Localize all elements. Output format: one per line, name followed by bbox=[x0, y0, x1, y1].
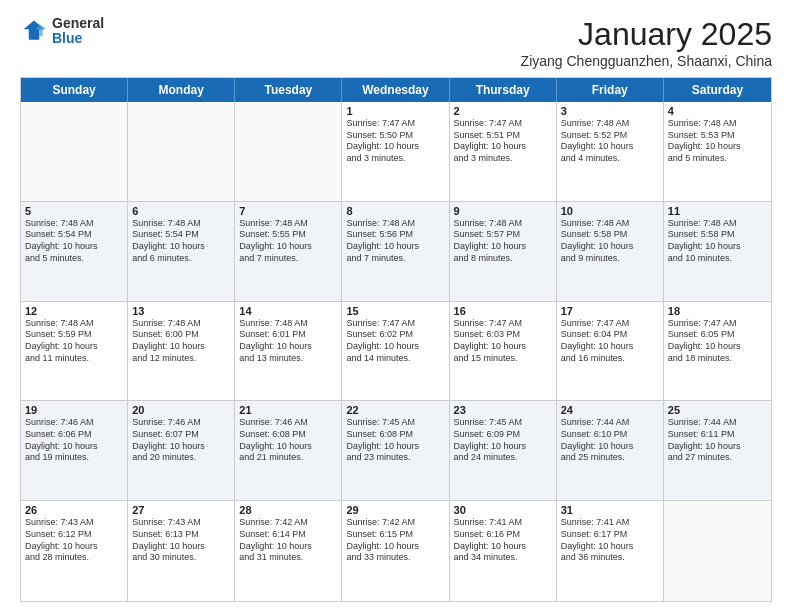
day-cell-7: 7Sunrise: 7:48 AM Sunset: 5:55 PM Daylig… bbox=[235, 202, 342, 301]
day-info: Sunrise: 7:47 AM Sunset: 5:50 PM Dayligh… bbox=[346, 118, 444, 165]
header: General Blue January 2025 Ziyang Chenggu… bbox=[20, 16, 772, 69]
day-info: Sunrise: 7:44 AM Sunset: 6:10 PM Dayligh… bbox=[561, 417, 659, 464]
day-cell-28: 28Sunrise: 7:42 AM Sunset: 6:14 PM Dayli… bbox=[235, 501, 342, 601]
day-info: Sunrise: 7:43 AM Sunset: 6:13 PM Dayligh… bbox=[132, 517, 230, 564]
day-info: Sunrise: 7:48 AM Sunset: 5:54 PM Dayligh… bbox=[132, 218, 230, 265]
logo: General Blue bbox=[20, 16, 104, 47]
empty-cell-4-6 bbox=[664, 501, 771, 601]
header-day-thursday: Thursday bbox=[450, 78, 557, 102]
day-cell-24: 24Sunrise: 7:44 AM Sunset: 6:10 PM Dayli… bbox=[557, 401, 664, 500]
day-info: Sunrise: 7:44 AM Sunset: 6:11 PM Dayligh… bbox=[668, 417, 767, 464]
calendar-header: SundayMondayTuesdayWednesdayThursdayFrid… bbox=[21, 78, 771, 102]
day-info: Sunrise: 7:45 AM Sunset: 6:09 PM Dayligh… bbox=[454, 417, 552, 464]
day-cell-22: 22Sunrise: 7:45 AM Sunset: 6:08 PM Dayli… bbox=[342, 401, 449, 500]
day-cell-18: 18Sunrise: 7:47 AM Sunset: 6:05 PM Dayli… bbox=[664, 302, 771, 401]
day-cell-4: 4Sunrise: 7:48 AM Sunset: 5:53 PM Daylig… bbox=[664, 102, 771, 201]
day-cell-5: 5Sunrise: 7:48 AM Sunset: 5:54 PM Daylig… bbox=[21, 202, 128, 301]
day-number: 21 bbox=[239, 404, 337, 416]
day-number: 16 bbox=[454, 305, 552, 317]
empty-cell-0-2 bbox=[235, 102, 342, 201]
day-cell-26: 26Sunrise: 7:43 AM Sunset: 6:12 PM Dayli… bbox=[21, 501, 128, 601]
day-number: 27 bbox=[132, 504, 230, 516]
empty-cell-0-1 bbox=[128, 102, 235, 201]
day-number: 28 bbox=[239, 504, 337, 516]
day-number: 4 bbox=[668, 105, 767, 117]
day-info: Sunrise: 7:48 AM Sunset: 5:59 PM Dayligh… bbox=[25, 318, 123, 365]
day-cell-6: 6Sunrise: 7:48 AM Sunset: 5:54 PM Daylig… bbox=[128, 202, 235, 301]
location: Ziyang Chengguanzhen, Shaanxi, China bbox=[521, 53, 772, 69]
day-info: Sunrise: 7:48 AM Sunset: 5:57 PM Dayligh… bbox=[454, 218, 552, 265]
header-day-saturday: Saturday bbox=[664, 78, 771, 102]
day-cell-29: 29Sunrise: 7:42 AM Sunset: 6:15 PM Dayli… bbox=[342, 501, 449, 601]
calendar-body: 1Sunrise: 7:47 AM Sunset: 5:50 PM Daylig… bbox=[21, 102, 771, 601]
day-number: 31 bbox=[561, 504, 659, 516]
day-cell-10: 10Sunrise: 7:48 AM Sunset: 5:58 PM Dayli… bbox=[557, 202, 664, 301]
calendar-row-2: 12Sunrise: 7:48 AM Sunset: 5:59 PM Dayli… bbox=[21, 302, 771, 402]
title-block: January 2025 Ziyang Chengguanzhen, Shaan… bbox=[521, 16, 772, 69]
logo-text: General Blue bbox=[52, 16, 104, 47]
day-cell-3: 3Sunrise: 7:48 AM Sunset: 5:52 PM Daylig… bbox=[557, 102, 664, 201]
day-info: Sunrise: 7:45 AM Sunset: 6:08 PM Dayligh… bbox=[346, 417, 444, 464]
day-cell-27: 27Sunrise: 7:43 AM Sunset: 6:13 PM Dayli… bbox=[128, 501, 235, 601]
day-info: Sunrise: 7:46 AM Sunset: 6:07 PM Dayligh… bbox=[132, 417, 230, 464]
logo-icon bbox=[20, 17, 48, 45]
day-info: Sunrise: 7:47 AM Sunset: 6:02 PM Dayligh… bbox=[346, 318, 444, 365]
day-info: Sunrise: 7:46 AM Sunset: 6:08 PM Dayligh… bbox=[239, 417, 337, 464]
day-info: Sunrise: 7:48 AM Sunset: 5:53 PM Dayligh… bbox=[668, 118, 767, 165]
day-number: 20 bbox=[132, 404, 230, 416]
day-info: Sunrise: 7:47 AM Sunset: 6:03 PM Dayligh… bbox=[454, 318, 552, 365]
day-cell-2: 2Sunrise: 7:47 AM Sunset: 5:51 PM Daylig… bbox=[450, 102, 557, 201]
day-info: Sunrise: 7:42 AM Sunset: 6:14 PM Dayligh… bbox=[239, 517, 337, 564]
day-info: Sunrise: 7:42 AM Sunset: 6:15 PM Dayligh… bbox=[346, 517, 444, 564]
day-info: Sunrise: 7:41 AM Sunset: 6:17 PM Dayligh… bbox=[561, 517, 659, 564]
calendar-row-0: 1Sunrise: 7:47 AM Sunset: 5:50 PM Daylig… bbox=[21, 102, 771, 202]
day-cell-13: 13Sunrise: 7:48 AM Sunset: 6:00 PM Dayli… bbox=[128, 302, 235, 401]
calendar-row-3: 19Sunrise: 7:46 AM Sunset: 6:06 PM Dayli… bbox=[21, 401, 771, 501]
header-day-friday: Friday bbox=[557, 78, 664, 102]
day-info: Sunrise: 7:48 AM Sunset: 5:55 PM Dayligh… bbox=[239, 218, 337, 265]
day-cell-21: 21Sunrise: 7:46 AM Sunset: 6:08 PM Dayli… bbox=[235, 401, 342, 500]
day-info: Sunrise: 7:48 AM Sunset: 5:58 PM Dayligh… bbox=[561, 218, 659, 265]
day-cell-30: 30Sunrise: 7:41 AM Sunset: 6:16 PM Dayli… bbox=[450, 501, 557, 601]
day-cell-11: 11Sunrise: 7:48 AM Sunset: 5:58 PM Dayli… bbox=[664, 202, 771, 301]
day-number: 19 bbox=[25, 404, 123, 416]
day-number: 22 bbox=[346, 404, 444, 416]
day-cell-31: 31Sunrise: 7:41 AM Sunset: 6:17 PM Dayli… bbox=[557, 501, 664, 601]
day-number: 9 bbox=[454, 205, 552, 217]
day-info: Sunrise: 7:47 AM Sunset: 6:05 PM Dayligh… bbox=[668, 318, 767, 365]
day-number: 10 bbox=[561, 205, 659, 217]
day-number: 30 bbox=[454, 504, 552, 516]
day-cell-20: 20Sunrise: 7:46 AM Sunset: 6:07 PM Dayli… bbox=[128, 401, 235, 500]
page: General Blue January 2025 Ziyang Chenggu… bbox=[0, 0, 792, 612]
day-info: Sunrise: 7:43 AM Sunset: 6:12 PM Dayligh… bbox=[25, 517, 123, 564]
empty-cell-0-0 bbox=[21, 102, 128, 201]
day-cell-25: 25Sunrise: 7:44 AM Sunset: 6:11 PM Dayli… bbox=[664, 401, 771, 500]
day-info: Sunrise: 7:48 AM Sunset: 5:58 PM Dayligh… bbox=[668, 218, 767, 265]
header-day-monday: Monday bbox=[128, 78, 235, 102]
day-info: Sunrise: 7:48 AM Sunset: 5:56 PM Dayligh… bbox=[346, 218, 444, 265]
day-number: 5 bbox=[25, 205, 123, 217]
day-number: 14 bbox=[239, 305, 337, 317]
day-cell-12: 12Sunrise: 7:48 AM Sunset: 5:59 PM Dayli… bbox=[21, 302, 128, 401]
day-cell-17: 17Sunrise: 7:47 AM Sunset: 6:04 PM Dayli… bbox=[557, 302, 664, 401]
day-number: 26 bbox=[25, 504, 123, 516]
logo-blue-label: Blue bbox=[52, 31, 104, 46]
header-day-tuesday: Tuesday bbox=[235, 78, 342, 102]
day-number: 23 bbox=[454, 404, 552, 416]
day-number: 12 bbox=[25, 305, 123, 317]
day-number: 13 bbox=[132, 305, 230, 317]
calendar-row-1: 5Sunrise: 7:48 AM Sunset: 5:54 PM Daylig… bbox=[21, 202, 771, 302]
day-number: 7 bbox=[239, 205, 337, 217]
day-cell-19: 19Sunrise: 7:46 AM Sunset: 6:06 PM Dayli… bbox=[21, 401, 128, 500]
day-info: Sunrise: 7:48 AM Sunset: 6:00 PM Dayligh… bbox=[132, 318, 230, 365]
day-number: 3 bbox=[561, 105, 659, 117]
day-number: 11 bbox=[668, 205, 767, 217]
day-cell-14: 14Sunrise: 7:48 AM Sunset: 6:01 PM Dayli… bbox=[235, 302, 342, 401]
day-info: Sunrise: 7:46 AM Sunset: 6:06 PM Dayligh… bbox=[25, 417, 123, 464]
day-number: 25 bbox=[668, 404, 767, 416]
day-cell-9: 9Sunrise: 7:48 AM Sunset: 5:57 PM Daylig… bbox=[450, 202, 557, 301]
header-day-wednesday: Wednesday bbox=[342, 78, 449, 102]
day-number: 29 bbox=[346, 504, 444, 516]
day-info: Sunrise: 7:48 AM Sunset: 5:52 PM Dayligh… bbox=[561, 118, 659, 165]
calendar: SundayMondayTuesdayWednesdayThursdayFrid… bbox=[20, 77, 772, 602]
